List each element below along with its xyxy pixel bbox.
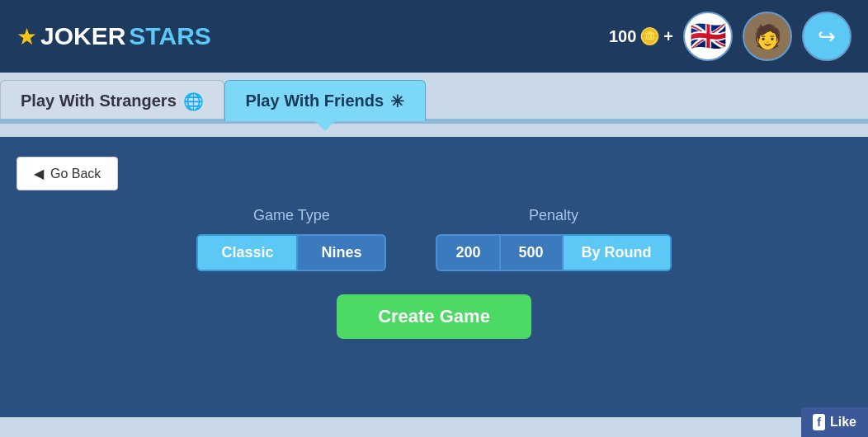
main-content: ◀ Go Back Game Type Classic Nines Penalt… (0, 137, 868, 417)
logo-star-icon: ★ (17, 23, 37, 50)
penalty-group: Penalty 200 500 By Round (436, 207, 671, 271)
penalty-500-button[interactable]: 500 (501, 234, 564, 271)
go-back-label: Go Back (50, 167, 101, 181)
logo-stars-text: STARS (129, 22, 210, 50)
penalty-200-button[interactable]: 200 (436, 234, 500, 271)
facebook-icon: f (813, 414, 825, 430)
penalty-buttons: 200 500 By Round (436, 234, 671, 271)
form-row: Game Type Classic Nines Penalty 200 500 … (196, 207, 671, 271)
facebook-like-label: Like (830, 415, 856, 430)
tab-play-with-strangers[interactable]: Play With Strangers 🌐 (0, 80, 224, 121)
tab-strangers-label: Play With Strangers (21, 92, 177, 110)
flag-icon: 🇬🇧 (690, 19, 727, 54)
tab-play-with-friends[interactable]: Play With Friends ✳ (224, 80, 426, 121)
penalty-by-round-button[interactable]: By Round (564, 234, 672, 271)
coins-display: 100 🪙 + (609, 26, 673, 46)
tab-divider (0, 119, 868, 121)
flag-button[interactable]: 🇬🇧 (683, 12, 733, 61)
go-back-arrow-icon: ◀ (34, 166, 44, 181)
logo: ★ JOKER STARS (17, 22, 211, 50)
classic-button[interactable]: Classic (196, 234, 298, 271)
coin-icon: 🪙 (639, 26, 660, 46)
tabs-container: Play With Strangers 🌐 Play With Friends … (0, 73, 868, 124)
logo-joker-text: JOKER (40, 22, 125, 50)
go-back-button[interactable]: ◀ Go Back (17, 157, 118, 190)
header: ★ JOKER STARS 100 🪙 + 🇬🇧 🧑 ↪ (0, 0, 868, 73)
logout-button[interactable]: ↪ (802, 12, 851, 61)
game-type-group: Game Type Classic Nines (196, 207, 386, 271)
create-game-button[interactable]: Create Game (337, 294, 531, 339)
nines-button[interactable]: Nines (298, 234, 386, 271)
coins-plus: + (663, 27, 673, 46)
friends-icon: ✳ (390, 92, 404, 111)
game-type-label: Game Type (253, 207, 330, 224)
penalty-label: Penalty (529, 207, 578, 224)
logout-icon: ↪ (818, 24, 836, 49)
avatar-button[interactable]: 🧑 (743, 12, 792, 61)
tab-friends-label: Play With Friends (245, 92, 384, 110)
header-right: 100 🪙 + 🇬🇧 🧑 ↪ (609, 12, 851, 61)
avatar-icon: 🧑 (753, 23, 782, 50)
game-type-buttons: Classic Nines (196, 234, 386, 271)
strangers-icon: 🌐 (183, 92, 204, 111)
form-area: Game Type Classic Nines Penalty 200 500 … (17, 207, 851, 339)
facebook-like-bar[interactable]: f Like (801, 407, 868, 437)
coins-value: 100 (609, 27, 636, 46)
